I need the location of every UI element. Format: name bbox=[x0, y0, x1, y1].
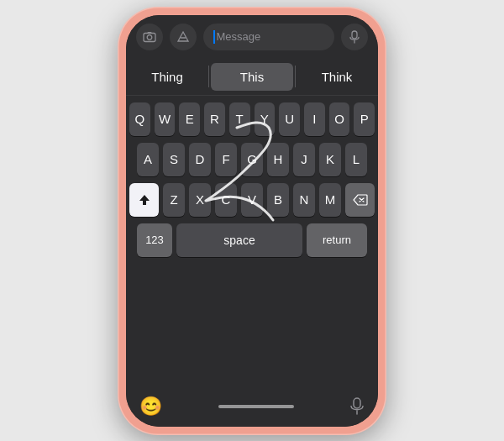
key-v[interactable]: V bbox=[241, 183, 263, 217]
svg-rect-0 bbox=[144, 33, 155, 41]
key-a[interactable]: A bbox=[137, 143, 159, 176]
key-k[interactable]: K bbox=[319, 143, 341, 176]
keyboard-row-2: A S D F G H J K L bbox=[129, 143, 375, 176]
app-store-button[interactable] bbox=[170, 24, 197, 50]
predictive-item-thing[interactable]: Thing bbox=[126, 59, 208, 95]
key-j[interactable]: J bbox=[293, 143, 315, 176]
shift-key[interactable] bbox=[129, 183, 159, 217]
key-d[interactable]: D bbox=[189, 143, 211, 176]
top-bar: Message bbox=[126, 15, 378, 59]
message-input[interactable]: Message bbox=[203, 24, 334, 50]
predictive-item-think[interactable]: Think bbox=[296, 59, 378, 95]
key-t[interactable]: T bbox=[229, 102, 250, 136]
predictive-item-this[interactable]: This bbox=[211, 63, 293, 91]
delete-key[interactable] bbox=[345, 183, 375, 217]
key-x[interactable]: X bbox=[189, 183, 211, 217]
key-p[interactable]: P bbox=[354, 102, 375, 136]
bottom-bar: 😊 bbox=[126, 386, 378, 427]
key-b[interactable]: B bbox=[267, 183, 289, 217]
keyboard-row-1: Q W E R T Y U I O P bbox=[129, 102, 375, 136]
keyboard-area: Q W E R T Y U I O P A S D F G H J K bbox=[126, 96, 378, 386]
message-placeholder: Message bbox=[217, 30, 261, 43]
svg-rect-2 bbox=[148, 32, 152, 34]
predictive-bar: Thing This Think bbox=[126, 59, 378, 96]
space-key[interactable]: space bbox=[176, 223, 302, 257]
mic-input-button[interactable] bbox=[341, 24, 368, 50]
camera-button[interactable] bbox=[136, 24, 163, 50]
key-r[interactable]: R bbox=[204, 102, 225, 136]
key-h[interactable]: H bbox=[267, 143, 289, 176]
mic-button[interactable] bbox=[349, 397, 365, 416]
predictive-divider-left bbox=[208, 66, 209, 87]
home-indicator bbox=[218, 405, 294, 408]
svg-rect-3 bbox=[352, 31, 357, 39]
keyboard-row-4: 123 space return bbox=[129, 223, 375, 257]
svg-rect-5 bbox=[354, 398, 360, 408]
key-f[interactable]: F bbox=[215, 143, 237, 176]
emoji-button[interactable]: 😊 bbox=[139, 396, 162, 417]
phone-shell: Message Thing This Think bbox=[118, 7, 386, 435]
key-i[interactable]: I bbox=[304, 102, 325, 136]
key-m[interactable]: M bbox=[319, 183, 341, 217]
key-u[interactable]: U bbox=[279, 102, 300, 136]
key-e[interactable]: E bbox=[179, 102, 200, 136]
key-q[interactable]: Q bbox=[129, 102, 150, 136]
key-o[interactable]: O bbox=[329, 102, 350, 136]
svg-point-1 bbox=[147, 34, 152, 39]
key-w[interactable]: W bbox=[155, 102, 176, 136]
key-l[interactable]: L bbox=[345, 143, 367, 176]
phone-screen: Message Thing This Think bbox=[126, 15, 378, 427]
num-key[interactable]: 123 bbox=[137, 223, 172, 257]
key-g[interactable]: G bbox=[241, 143, 263, 176]
key-z[interactable]: Z bbox=[163, 183, 185, 217]
key-y[interactable]: Y bbox=[255, 102, 276, 136]
key-c[interactable]: C bbox=[215, 183, 237, 217]
key-n[interactable]: N bbox=[293, 183, 315, 217]
key-s[interactable]: S bbox=[163, 143, 185, 176]
keyboard-row-3: Z X C V B N M bbox=[129, 183, 375, 217]
return-key[interactable]: return bbox=[307, 223, 367, 257]
